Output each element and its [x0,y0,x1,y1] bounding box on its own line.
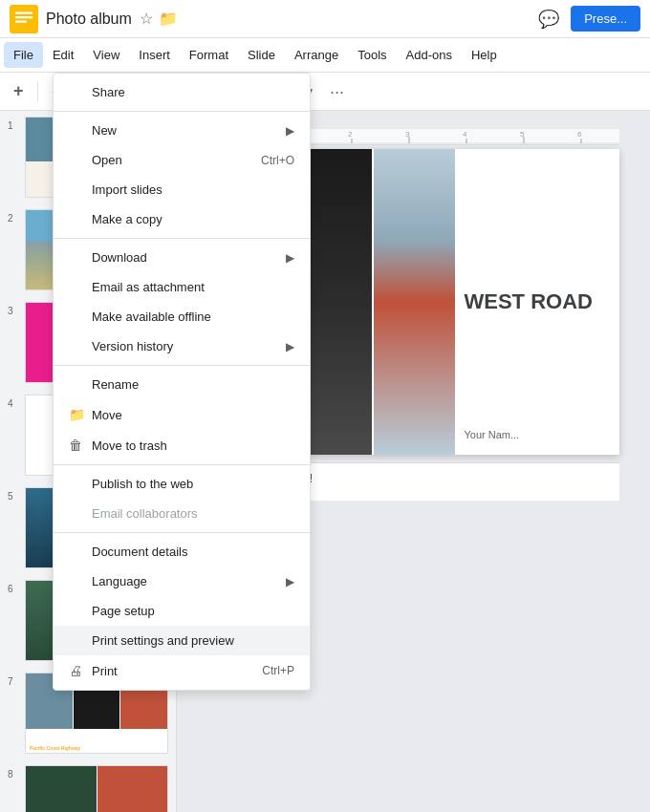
title-bar: Photo album ☆ 📁 💬 Prese... [0,0,650,38]
separator-1 [54,111,310,112]
dropdown-email-attachment[interactable]: Email as attachment [54,272,310,302]
dropdown-publish[interactable]: Publish to the web [54,469,310,499]
slide-number-7: 7 [8,673,21,687]
file-dropdown: Share New ▶ Open Ctrl+O Import slides Ma… [53,73,311,691]
share-label: Share [92,85,294,99]
slide-number-2: 2 [8,209,21,224]
print-icon: 🖨 [69,663,88,678]
language-arrow: ▶ [286,575,294,588]
svg-rect-1 [15,11,32,13]
new-arrow: ▶ [286,124,294,138]
dropdown-move[interactable]: 📁 Move [54,399,310,430]
more-options-button[interactable]: ⋯ [324,79,350,104]
rename-label: Rename [92,377,294,392]
add-slide-button[interactable]: + [8,77,30,105]
move-label: Move [92,408,294,422]
separator-4 [54,464,310,465]
dropdown-page-setup[interactable]: Page setup [54,596,310,626]
dropdown-rename[interactable]: Rename [54,370,310,399]
svg-rect-2 [15,16,32,18]
separator-3 [54,365,310,366]
move-icon: 📁 [69,407,88,422]
canvas-title: WEST ROAD [455,280,619,324]
svg-text:3: 3 [405,130,410,139]
folder-icon[interactable]: 📁 [159,10,178,28]
slide-number-4: 4 [8,395,21,409]
publish-label: Publish to the web [92,477,294,491]
present-button[interactable]: Prese... [571,6,640,32]
menu-format[interactable]: Format [180,42,238,68]
menu-arrange[interactable]: Arrange [285,42,348,68]
svg-rect-0 [10,5,38,33]
header-right: 💬 Prese... [534,5,640,33]
slide-number-3: 3 [8,302,21,316]
dropdown-new[interactable]: New ▶ [54,116,310,145]
dropdown-language[interactable]: Language ▶ [54,566,310,596]
dropdown-version-history[interactable]: Version history ▶ [54,331,310,361]
svg-text:4: 4 [463,130,467,139]
download-label: Download [92,250,286,265]
print-settings-label: Print settings and preview [92,633,294,648]
menu-bar: File Edit View Insert Format Slide Arran… [0,38,650,73]
version-arrow: ▶ [286,340,294,353]
menu-view[interactable]: View [83,42,129,68]
dropdown-import[interactable]: Import slides [54,175,310,204]
dropdown-share[interactable]: Share [54,77,310,107]
offline-label: Make available offline [92,310,294,324]
slide-number-1: 1 [8,117,21,131]
dropdown-print[interactable]: 🖨 Print Ctrl+P [54,655,310,686]
trash-label: Move to trash [92,438,294,453]
slide-number-8: 8 [8,765,21,780]
new-label: New [92,123,286,138]
dropdown-download[interactable]: Download ▶ [54,243,310,272]
open-shortcut: Ctrl+O [261,154,294,167]
slide-number-5: 5 [8,487,21,502]
trash-icon: 🗑 [69,438,88,453]
svg-text:2: 2 [348,130,353,139]
download-arrow: ▶ [286,251,294,265]
open-label: Open [92,153,261,167]
slide-thumb-8 [25,765,168,812]
doc-details-label: Document details [92,545,294,559]
menu-tools[interactable]: Tools [348,42,396,68]
comment-button[interactable]: 💬 [534,5,563,33]
menu-insert[interactable]: Insert [129,42,180,68]
print-label: Print [92,664,262,678]
star-icon[interactable]: ☆ [140,10,153,28]
page-setup-label: Page setup [92,604,294,618]
doc-title: Photo album [46,11,132,28]
slide-number-6: 6 [8,580,21,594]
dropdown-print-settings[interactable]: Print settings and preview [54,626,310,655]
separator-2 [54,238,310,239]
canvas-photo-3 [374,149,455,455]
dropdown-offline[interactable]: Make available offline [54,302,310,331]
email-attach-label: Email as attachment [92,280,294,294]
email-collab-label: Email collaborators [92,506,294,521]
version-label: Version history [92,339,286,353]
copy-label: Make a copy [92,212,294,226]
separator-5 [54,532,310,533]
menu-file[interactable]: File [4,42,43,68]
menu-edit[interactable]: Edit [43,42,83,68]
menu-help[interactable]: Help [462,42,507,68]
dropdown-doc-details[interactable]: Document details [54,537,310,566]
language-label: Language [92,574,286,588]
app-logo [10,5,38,33]
dropdown-copy[interactable]: Make a copy [54,204,310,234]
dropdown-trash[interactable]: 🗑 Move to trash [54,430,310,460]
menu-addons[interactable]: Add-ons [397,42,462,68]
print-shortcut: Ctrl+P [262,664,294,677]
import-label: Import slides [92,182,294,197]
dropdown-open[interactable]: Open Ctrl+O [54,145,310,175]
dropdown-email-collab: Email collaborators [54,499,310,528]
slide-item-8[interactable]: 8 [0,759,176,812]
menu-slide[interactable]: Slide [238,42,285,68]
svg-rect-3 [15,20,27,22]
toolbar-separator-1 [37,82,38,101]
svg-text:6: 6 [577,130,582,139]
canvas-subtitle: Your Nam... [455,429,619,440]
svg-text:5: 5 [520,130,525,139]
